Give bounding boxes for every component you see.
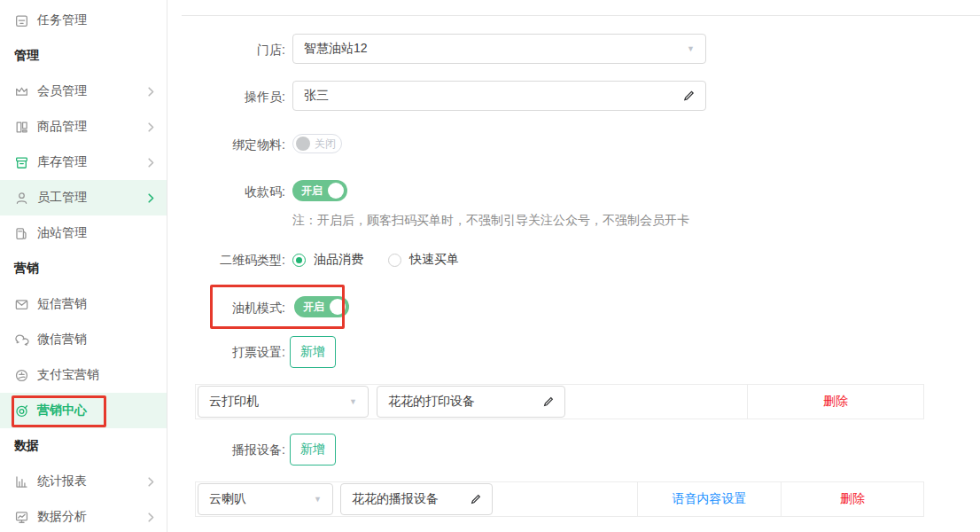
printer-name-value: 花花的打印设备 (388, 394, 475, 410)
operator-input-value: 张三 (304, 88, 329, 104)
sidebar-item-label: 任务管理 (37, 12, 87, 28)
report-chart-icon (14, 474, 29, 489)
sidebar-item-label: 员工管理 (37, 190, 87, 206)
operator-label: 操作员: (175, 90, 285, 106)
voice-content-settings-button[interactable]: 语音内容设置 (637, 482, 781, 516)
sms-envelope-icon (14, 297, 29, 312)
staff-person-icon (14, 191, 29, 206)
chevron-right-icon (148, 122, 154, 132)
toggle-state-label: 开启 (301, 184, 323, 199)
toggle-knob (330, 299, 346, 315)
sidebar-item-staff[interactable]: 员工管理 (0, 180, 167, 215)
chevron-right-icon (148, 477, 154, 487)
broadcast-device-row: 云喇叭 ▼ 花花的播报设备 语音内容设置 删除 (195, 481, 924, 517)
toggle-state-label: 开启 (303, 300, 324, 315)
sidebar-section-marketing: 营销 (0, 251, 167, 286)
alipay-icon (14, 368, 29, 383)
chevron-down-icon: ▼ (314, 495, 322, 504)
sidebar-item-station[interactable]: 油站管理 (0, 215, 167, 251)
printer-delete-button[interactable]: 删除 (747, 385, 923, 419)
qr-type-label: 二维码类型: (175, 253, 285, 269)
chevron-right-icon (148, 193, 154, 203)
sidebar-item-label: 库存管理 (37, 154, 87, 170)
tasks-icon (14, 13, 29, 28)
pump-mode-label: 油机模式: (175, 301, 285, 317)
marketing-target-icon (14, 403, 29, 419)
broadcast-name-value: 花花的播报设备 (352, 491, 439, 507)
print-settings-label: 打票设置: (175, 345, 285, 361)
sidebar-item-tasks[interactable]: 任务管理 (0, 3, 167, 38)
bind-material-label: 绑定物料: (175, 137, 285, 153)
radio-oil-consume[interactable]: 油品消费 (292, 252, 363, 268)
bind-material-toggle[interactable]: 关闭 (292, 134, 342, 153)
sidebar-section-management: 管理 (0, 38, 167, 74)
sidebar-item-goods[interactable]: 商品管理 (0, 109, 167, 145)
sidebar-item-label: 统计报表 (37, 473, 87, 489)
pump-mode-toggle[interactable]: 开启 (294, 296, 349, 317)
sidebar-item-marketing-center[interactable]: 营销中心 (0, 393, 167, 428)
chevron-down-icon: ▼ (349, 397, 357, 406)
sidebar-item-inventory[interactable]: 库存管理 (0, 145, 167, 180)
store-select[interactable]: 智慧油站12 ▼ (292, 34, 706, 64)
qr-type-radio-group: 油品消费 快速买单 (292, 252, 459, 268)
inventory-box-icon (14, 155, 29, 170)
sidebar-item-label: 商品管理 (37, 119, 87, 135)
payment-code-note: 注：开启后，顾客扫码买单时，不强制引导关注公众号，不强制会员开卡 (292, 213, 689, 229)
sidebar-item-label: 数据分析 (37, 509, 87, 525)
broadcast-delete-button[interactable]: 删除 (781, 482, 923, 516)
chevron-right-icon (148, 87, 154, 97)
sidebar-item-label: 油站管理 (37, 225, 87, 241)
sidebar-item-reports[interactable]: 统计报表 (0, 464, 167, 499)
sidebar-item-members[interactable]: 会员管理 (0, 74, 167, 109)
sidebar-item-sms-marketing[interactable]: 短信营销 (0, 286, 167, 322)
chevron-right-icon (148, 158, 154, 168)
radio-label: 油品消费 (314, 252, 363, 268)
store-label: 门店: (175, 43, 285, 59)
toggle-knob (296, 137, 310, 151)
broadcast-type-value: 云喇叭 (209, 491, 246, 507)
broadcast-type-select[interactable]: 云喇叭 ▼ (198, 483, 333, 515)
member-crown-icon (14, 84, 29, 99)
radio-unselected-icon (388, 254, 401, 267)
broadcast-device-label: 播报设备: (175, 442, 285, 458)
sidebar-item-label: 营销中心 (37, 403, 87, 419)
content-top-divider (182, 15, 980, 16)
print-settings-add-button[interactable]: 新增 (290, 336, 336, 368)
sidebar-item-label: 会员管理 (37, 83, 87, 99)
payment-code-label: 收款码: (175, 184, 285, 200)
broadcast-device-add-button[interactable]: 新增 (290, 434, 336, 466)
sidebar: 任务管理 管理 会员管理 商品管理 库存管理 (0, 0, 167, 532)
app-root: 任务管理 管理 会员管理 商品管理 库存管理 (0, 0, 980, 532)
printer-type-select[interactable]: 云打印机 ▼ (198, 386, 369, 418)
sidebar-item-alipay-marketing[interactable]: 支付宝营销 (0, 357, 167, 393)
toggle-knob (328, 183, 344, 199)
edit-pencil-icon[interactable] (470, 493, 482, 505)
printer-device-row: 云打印机 ▼ 花花的打印设备 删除 (195, 384, 924, 419)
radio-label: 快速买单 (409, 252, 459, 268)
printer-type-value: 云打印机 (209, 394, 259, 410)
sidebar-item-label: 短信营销 (37, 296, 87, 312)
analysis-monitor-icon (14, 510, 29, 525)
broadcast-name-input[interactable]: 花花的播报设备 (340, 483, 493, 515)
edit-pencil-icon[interactable] (542, 395, 555, 408)
sidebar-item-label: 微信营销 (37, 332, 87, 348)
chevron-down-icon: ▼ (687, 44, 695, 53)
sidebar-item-wechat-marketing[interactable]: 微信营销 (0, 322, 167, 357)
wechat-icon (14, 332, 29, 348)
sidebar-item-label: 支付宝营销 (37, 367, 99, 383)
toggle-state-label: 关闭 (315, 137, 336, 152)
fuel-pump-icon (14, 226, 29, 241)
edit-pencil-icon[interactable] (682, 90, 696, 103)
chevron-right-icon (148, 512, 154, 522)
payment-code-toggle[interactable]: 开启 (292, 180, 347, 201)
radio-selected-icon (292, 254, 306, 267)
radio-quick-pay[interactable]: 快速买单 (388, 252, 459, 268)
operator-input[interactable]: 张三 (292, 81, 706, 111)
sidebar-item-analysis[interactable]: 数据分析 (0, 499, 167, 532)
store-select-value: 智慧油站12 (304, 41, 368, 57)
printer-name-input[interactable]: 花花的打印设备 (377, 386, 565, 418)
sidebar-section-data: 数据 (0, 428, 167, 464)
goods-icon (14, 120, 29, 135)
